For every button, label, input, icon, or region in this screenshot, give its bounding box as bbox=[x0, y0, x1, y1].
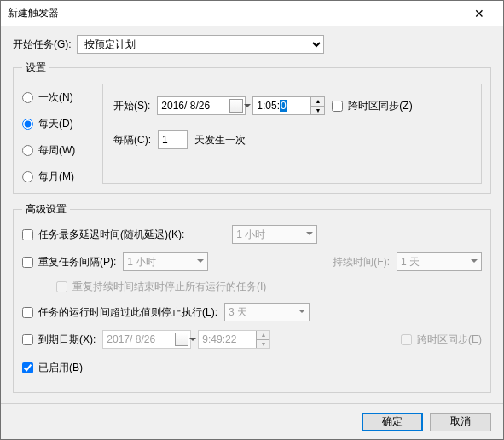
delay-label: 任务最多延迟时间(随机延迟)(K): bbox=[38, 228, 184, 242]
radio-once-input[interactable] bbox=[22, 92, 33, 103]
settings-group: 设置 一次(N) 每天(D) 每周(W) bbox=[13, 61, 491, 194]
chevron-down-icon bbox=[298, 310, 305, 316]
chevron-down-icon bbox=[471, 259, 478, 266]
stop-if-label: 任务的运行时间超过此值则停止执行(L): bbox=[38, 305, 217, 320]
stop-all-input bbox=[56, 281, 67, 292]
calendar-icon[interactable] bbox=[175, 333, 188, 346]
delay-checkbox[interactable]: 任务最多延迟时间(随机延迟)(K): bbox=[22, 228, 184, 242]
radio-weekly-input[interactable] bbox=[22, 145, 33, 156]
delay-value: 1 小时 bbox=[236, 228, 265, 242]
begin-task-select[interactable]: 按预定计划 bbox=[77, 35, 324, 54]
advanced-group: 高级设置 任务最多延迟时间(随机延迟)(K): 1 小时 重复任务间隔(P): bbox=[13, 202, 491, 393]
stop-all-checkbox: 重复持续时间结束时停止所有运行的任务(I) bbox=[56, 280, 266, 294]
expire-label: 到期日期(X): bbox=[38, 333, 96, 347]
repeat-combo[interactable]: 1 小时 bbox=[123, 252, 208, 271]
new-trigger-dialog: 新建触发器 ✕ 开始任务(G): 按预定计划 设置 一次(N) 每天(D) bbox=[0, 0, 504, 440]
cancel-button[interactable]: 取消 bbox=[430, 413, 491, 431]
start-date-value: 2016/ 8/26 bbox=[161, 100, 210, 112]
stop-if-value: 3 天 bbox=[229, 305, 247, 320]
radio-monthly-label: 每月(M) bbox=[38, 170, 74, 184]
radio-daily[interactable]: 每天(D) bbox=[22, 117, 90, 131]
spin-up-icon[interactable]: ▲ bbox=[310, 97, 324, 107]
repeat-label: 重复任务间隔(P): bbox=[38, 255, 116, 269]
recur-suffix: 天发生一次 bbox=[194, 133, 246, 148]
calendar-icon[interactable] bbox=[229, 99, 243, 113]
window-title: 新建触发器 bbox=[8, 6, 462, 20]
start-time-input[interactable]: 1:05:0 ▲ ▼ bbox=[252, 96, 325, 115]
sync-timezone-label: 跨时区同步(Z) bbox=[348, 99, 412, 113]
delay-combo[interactable]: 1 小时 bbox=[232, 225, 317, 244]
radio-daily-label: 每天(D) bbox=[38, 117, 73, 131]
spin-down-icon[interactable]: ▼ bbox=[310, 107, 324, 115]
start-time-prefix: 1:05: bbox=[257, 100, 280, 112]
repeat-checkbox[interactable]: 重复任务间隔(P): bbox=[22, 255, 116, 269]
sync-timezone-input[interactable] bbox=[332, 101, 343, 112]
duration-label: 持续时间(F): bbox=[333, 255, 390, 269]
button-bar: 确定 取消 bbox=[1, 403, 503, 439]
expire-sync-input bbox=[401, 334, 412, 345]
expire-checkbox[interactable]: 到期日期(X): bbox=[22, 333, 96, 347]
delay-input[interactable] bbox=[22, 229, 33, 240]
enabled-label: 已启用(B) bbox=[38, 361, 83, 375]
sync-timezone-checkbox[interactable]: 跨时区同步(Z) bbox=[332, 99, 412, 113]
radio-monthly[interactable]: 每月(M) bbox=[22, 170, 90, 184]
spin-up-icon[interactable]: ▲ bbox=[256, 331, 269, 340]
radio-daily-input[interactable] bbox=[22, 119, 33, 130]
expire-time-value: 9:49:22 bbox=[202, 333, 236, 345]
recur-value-input[interactable] bbox=[158, 130, 188, 149]
recur-label: 每隔(C): bbox=[113, 133, 151, 148]
radio-once[interactable]: 一次(N) bbox=[22, 90, 90, 105]
chevron-down-icon bbox=[197, 259, 204, 266]
expire-date-value: 2017/ 8/26 bbox=[107, 333, 155, 345]
radio-monthly-input[interactable] bbox=[22, 171, 33, 182]
repeat-value: 1 小时 bbox=[127, 255, 156, 269]
chevron-down-icon bbox=[306, 232, 313, 239]
start-time-selected: 0 bbox=[280, 100, 287, 112]
radio-once-label: 一次(N) bbox=[38, 90, 73, 105]
repeat-input[interactable] bbox=[22, 257, 33, 268]
radio-weekly-label: 每周(W) bbox=[38, 143, 75, 158]
enabled-input[interactable] bbox=[22, 362, 33, 373]
spin-down-icon[interactable]: ▼ bbox=[256, 340, 269, 349]
close-icon[interactable]: ✕ bbox=[462, 7, 496, 20]
titlebar: 新建触发器 ✕ bbox=[1, 1, 503, 26]
expire-input[interactable] bbox=[22, 334, 33, 345]
expire-sync-label: 跨时区同步(E) bbox=[417, 333, 482, 347]
expire-sync-checkbox: 跨时区同步(E) bbox=[401, 333, 482, 347]
enabled-checkbox[interactable]: 已启用(B) bbox=[22, 361, 83, 375]
ok-button[interactable]: 确定 bbox=[362, 413, 423, 431]
stop-if-combo[interactable]: 3 天 bbox=[224, 303, 310, 321]
duration-combo[interactable]: 1 天 bbox=[397, 252, 482, 271]
radio-weekly[interactable]: 每周(W) bbox=[22, 143, 90, 158]
stop-if-checkbox[interactable]: 任务的运行时间超过此值则停止执行(L): bbox=[22, 305, 217, 320]
stop-if-input[interactable] bbox=[22, 307, 33, 318]
settings-legend: 设置 bbox=[22, 61, 49, 75]
stop-all-label: 重复持续时间结束时停止所有运行的任务(I) bbox=[72, 280, 266, 294]
begin-task-label: 开始任务(G): bbox=[13, 38, 72, 52]
start-label: 开始(S): bbox=[113, 99, 150, 113]
schedule-panel: 开始(S): 2016/ 8/26 1:05:0 ▲ ▼ bbox=[102, 84, 482, 184]
advanced-legend: 高级设置 bbox=[22, 202, 70, 217]
duration-value: 1 天 bbox=[401, 255, 420, 269]
expire-date-input[interactable]: 2017/ 8/26 bbox=[102, 330, 191, 349]
start-date-input[interactable]: 2016/ 8/26 bbox=[157, 96, 246, 115]
expire-time-input[interactable]: 9:49:22 ▲ ▼ bbox=[198, 330, 270, 349]
